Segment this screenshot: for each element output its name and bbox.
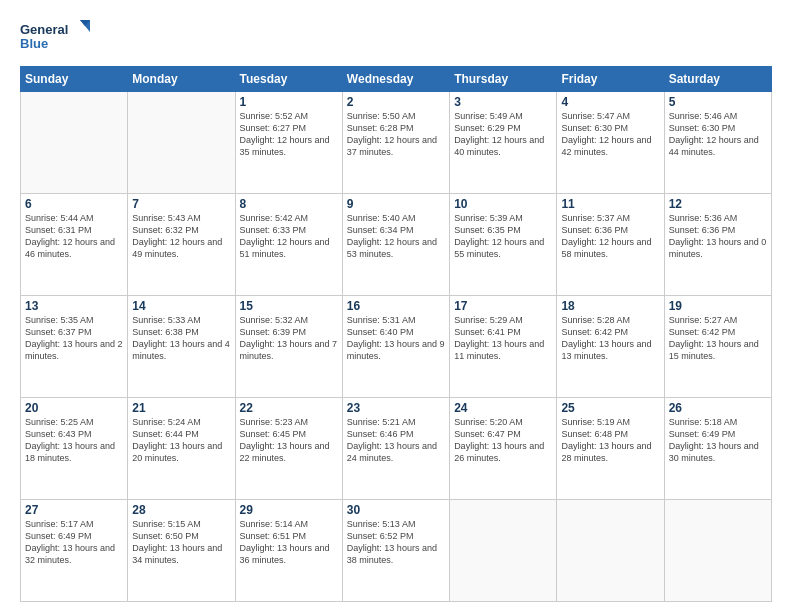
day-number: 7	[132, 197, 230, 211]
day-number: 1	[240, 95, 338, 109]
day-number: 11	[561, 197, 659, 211]
calendar-cell: 17Sunrise: 5:29 AMSunset: 6:41 PMDayligh…	[450, 296, 557, 398]
day-info: Sunrise: 5:31 AMSunset: 6:40 PMDaylight:…	[347, 314, 445, 363]
day-number: 29	[240, 503, 338, 517]
day-info: Sunrise: 5:28 AMSunset: 6:42 PMDaylight:…	[561, 314, 659, 363]
calendar-cell: 21Sunrise: 5:24 AMSunset: 6:44 PMDayligh…	[128, 398, 235, 500]
day-info: Sunrise: 5:49 AMSunset: 6:29 PMDaylight:…	[454, 110, 552, 159]
calendar-header-row: Sunday Monday Tuesday Wednesday Thursday…	[21, 67, 772, 92]
day-info: Sunrise: 5:14 AMSunset: 6:51 PMDaylight:…	[240, 518, 338, 567]
day-number: 20	[25, 401, 123, 415]
day-number: 3	[454, 95, 552, 109]
calendar-cell: 10Sunrise: 5:39 AMSunset: 6:35 PMDayligh…	[450, 194, 557, 296]
day-number: 23	[347, 401, 445, 415]
day-info: Sunrise: 5:46 AMSunset: 6:30 PMDaylight:…	[669, 110, 767, 159]
calendar-week-row: 27Sunrise: 5:17 AMSunset: 6:49 PMDayligh…	[21, 500, 772, 602]
page: General Blue Sunday Monday Tuesday Wedne…	[0, 0, 792, 612]
calendar-cell: 7Sunrise: 5:43 AMSunset: 6:32 PMDaylight…	[128, 194, 235, 296]
day-number: 27	[25, 503, 123, 517]
calendar-cell: 11Sunrise: 5:37 AMSunset: 6:36 PMDayligh…	[557, 194, 664, 296]
calendar-cell: 25Sunrise: 5:19 AMSunset: 6:48 PMDayligh…	[557, 398, 664, 500]
day-info: Sunrise: 5:36 AMSunset: 6:36 PMDaylight:…	[669, 212, 767, 261]
col-monday: Monday	[128, 67, 235, 92]
day-number: 18	[561, 299, 659, 313]
calendar-cell: 27Sunrise: 5:17 AMSunset: 6:49 PMDayligh…	[21, 500, 128, 602]
day-number: 10	[454, 197, 552, 211]
day-number: 19	[669, 299, 767, 313]
day-number: 5	[669, 95, 767, 109]
col-friday: Friday	[557, 67, 664, 92]
day-number: 25	[561, 401, 659, 415]
calendar-cell: 24Sunrise: 5:20 AMSunset: 6:47 PMDayligh…	[450, 398, 557, 500]
day-info: Sunrise: 5:17 AMSunset: 6:49 PMDaylight:…	[25, 518, 123, 567]
calendar-cell	[450, 500, 557, 602]
day-info: Sunrise: 5:32 AMSunset: 6:39 PMDaylight:…	[240, 314, 338, 363]
col-saturday: Saturday	[664, 67, 771, 92]
calendar-cell: 26Sunrise: 5:18 AMSunset: 6:49 PMDayligh…	[664, 398, 771, 500]
day-info: Sunrise: 5:21 AMSunset: 6:46 PMDaylight:…	[347, 416, 445, 465]
day-number: 15	[240, 299, 338, 313]
calendar-cell: 4Sunrise: 5:47 AMSunset: 6:30 PMDaylight…	[557, 92, 664, 194]
calendar-cell: 9Sunrise: 5:40 AMSunset: 6:34 PMDaylight…	[342, 194, 449, 296]
col-wednesday: Wednesday	[342, 67, 449, 92]
logo: General Blue	[20, 18, 90, 54]
day-info: Sunrise: 5:50 AMSunset: 6:28 PMDaylight:…	[347, 110, 445, 159]
day-number: 8	[240, 197, 338, 211]
calendar-cell: 6Sunrise: 5:44 AMSunset: 6:31 PMDaylight…	[21, 194, 128, 296]
day-number: 17	[454, 299, 552, 313]
calendar-cell: 23Sunrise: 5:21 AMSunset: 6:46 PMDayligh…	[342, 398, 449, 500]
day-info: Sunrise: 5:15 AMSunset: 6:50 PMDaylight:…	[132, 518, 230, 567]
col-thursday: Thursday	[450, 67, 557, 92]
day-info: Sunrise: 5:13 AMSunset: 6:52 PMDaylight:…	[347, 518, 445, 567]
calendar-week-row: 20Sunrise: 5:25 AMSunset: 6:43 PMDayligh…	[21, 398, 772, 500]
day-info: Sunrise: 5:23 AMSunset: 6:45 PMDaylight:…	[240, 416, 338, 465]
day-info: Sunrise: 5:44 AMSunset: 6:31 PMDaylight:…	[25, 212, 123, 261]
calendar-cell: 2Sunrise: 5:50 AMSunset: 6:28 PMDaylight…	[342, 92, 449, 194]
day-info: Sunrise: 5:35 AMSunset: 6:37 PMDaylight:…	[25, 314, 123, 363]
day-number: 30	[347, 503, 445, 517]
day-info: Sunrise: 5:18 AMSunset: 6:49 PMDaylight:…	[669, 416, 767, 465]
day-info: Sunrise: 5:52 AMSunset: 6:27 PMDaylight:…	[240, 110, 338, 159]
day-number: 9	[347, 197, 445, 211]
col-sunday: Sunday	[21, 67, 128, 92]
calendar-cell: 19Sunrise: 5:27 AMSunset: 6:42 PMDayligh…	[664, 296, 771, 398]
day-number: 24	[454, 401, 552, 415]
day-number: 12	[669, 197, 767, 211]
svg-text:Blue: Blue	[20, 36, 48, 51]
day-info: Sunrise: 5:25 AMSunset: 6:43 PMDaylight:…	[25, 416, 123, 465]
calendar-cell: 1Sunrise: 5:52 AMSunset: 6:27 PMDaylight…	[235, 92, 342, 194]
calendar-cell	[557, 500, 664, 602]
calendar-cell: 12Sunrise: 5:36 AMSunset: 6:36 PMDayligh…	[664, 194, 771, 296]
calendar-cell	[128, 92, 235, 194]
col-tuesday: Tuesday	[235, 67, 342, 92]
day-number: 13	[25, 299, 123, 313]
day-info: Sunrise: 5:33 AMSunset: 6:38 PMDaylight:…	[132, 314, 230, 363]
calendar-cell: 30Sunrise: 5:13 AMSunset: 6:52 PMDayligh…	[342, 500, 449, 602]
day-info: Sunrise: 5:19 AMSunset: 6:48 PMDaylight:…	[561, 416, 659, 465]
day-info: Sunrise: 5:43 AMSunset: 6:32 PMDaylight:…	[132, 212, 230, 261]
calendar-cell: 18Sunrise: 5:28 AMSunset: 6:42 PMDayligh…	[557, 296, 664, 398]
day-number: 22	[240, 401, 338, 415]
day-number: 21	[132, 401, 230, 415]
calendar-cell: 15Sunrise: 5:32 AMSunset: 6:39 PMDayligh…	[235, 296, 342, 398]
day-info: Sunrise: 5:40 AMSunset: 6:34 PMDaylight:…	[347, 212, 445, 261]
day-number: 28	[132, 503, 230, 517]
calendar-cell: 5Sunrise: 5:46 AMSunset: 6:30 PMDaylight…	[664, 92, 771, 194]
day-number: 14	[132, 299, 230, 313]
calendar-week-row: 6Sunrise: 5:44 AMSunset: 6:31 PMDaylight…	[21, 194, 772, 296]
calendar-cell: 20Sunrise: 5:25 AMSunset: 6:43 PMDayligh…	[21, 398, 128, 500]
calendar-cell: 3Sunrise: 5:49 AMSunset: 6:29 PMDaylight…	[450, 92, 557, 194]
day-info: Sunrise: 5:29 AMSunset: 6:41 PMDaylight:…	[454, 314, 552, 363]
day-number: 26	[669, 401, 767, 415]
calendar-cell	[664, 500, 771, 602]
day-info: Sunrise: 5:47 AMSunset: 6:30 PMDaylight:…	[561, 110, 659, 159]
day-info: Sunrise: 5:39 AMSunset: 6:35 PMDaylight:…	[454, 212, 552, 261]
calendar-cell: 8Sunrise: 5:42 AMSunset: 6:33 PMDaylight…	[235, 194, 342, 296]
day-number: 4	[561, 95, 659, 109]
day-info: Sunrise: 5:24 AMSunset: 6:44 PMDaylight:…	[132, 416, 230, 465]
day-info: Sunrise: 5:37 AMSunset: 6:36 PMDaylight:…	[561, 212, 659, 261]
day-info: Sunrise: 5:20 AMSunset: 6:47 PMDaylight:…	[454, 416, 552, 465]
calendar-cell: 28Sunrise: 5:15 AMSunset: 6:50 PMDayligh…	[128, 500, 235, 602]
calendar-table: Sunday Monday Tuesday Wednesday Thursday…	[20, 66, 772, 602]
calendar-week-row: 13Sunrise: 5:35 AMSunset: 6:37 PMDayligh…	[21, 296, 772, 398]
